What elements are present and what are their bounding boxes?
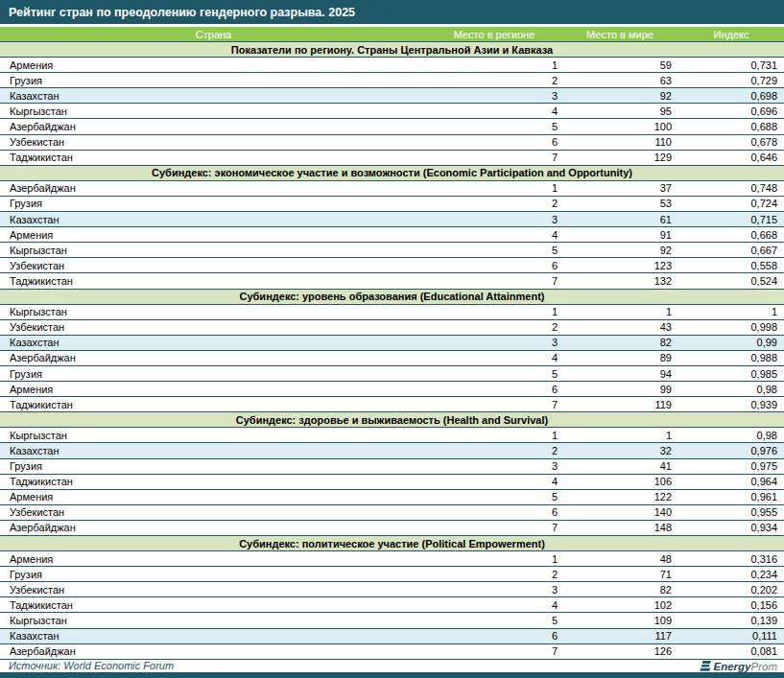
region-rank-cell: 6 [427, 382, 561, 396]
region-rank-cell: 4 [427, 227, 561, 242]
section-header: Субиндекс: здоровье и выживаемость (Heal… [0, 412, 784, 428]
bottom-accent-bar [0, 672, 784, 678]
country-cell: Азербайджан [0, 644, 427, 659]
world-rank-cell: 91 [561, 227, 678, 242]
index-cell: 1 [678, 305, 784, 319]
country-cell: Азербайджан [0, 181, 427, 196]
index-cell: 0,748 [678, 181, 784, 196]
table-row: Таджикистан71190,939 [0, 397, 784, 412]
country-cell: Грузия [0, 73, 427, 87]
world-rank-cell: 61 [561, 212, 678, 226]
country-cell: Кыргызстан [0, 305, 427, 319]
country-cell: Казахстан [0, 443, 427, 457]
region-rank-cell: 6 [427, 629, 561, 643]
region-rank-cell: 4 [427, 475, 561, 489]
region-rank-cell: 7 [427, 644, 561, 659]
index-cell: 0,156 [678, 597, 784, 612]
index-cell: 0,976 [678, 443, 784, 457]
region-rank-cell: 1 [427, 551, 561, 566]
source-note: Источник: World Economic Forum [9, 660, 174, 671]
country-cell: Кыргызстан [0, 243, 427, 257]
table-row: Таджикистан71290,646 [0, 151, 784, 166]
world-rank-cell: 82 [561, 582, 678, 596]
country-cell: Таджикистан [0, 475, 427, 489]
index-cell: 0,988 [678, 351, 784, 365]
index-cell: 0,985 [678, 366, 784, 381]
country-cell: Грузия [0, 459, 427, 474]
table-row: Таджикистан41060,964 [0, 475, 784, 490]
index-cell: 0,998 [678, 320, 784, 335]
world-rank-cell: 110 [561, 135, 678, 150]
country-cell: Узбекистан [0, 320, 427, 335]
world-rank-cell: 89 [561, 351, 678, 365]
index-cell: 0,731 [678, 58, 784, 72]
table-row: Узбекистан61230,558 [0, 258, 784, 273]
index-cell: 0,234 [678, 567, 784, 581]
world-rank-cell: 59 [561, 58, 678, 72]
index-cell: 0,729 [678, 73, 784, 87]
region-rank-cell: 6 [427, 135, 561, 150]
country-cell: Кыргызстан [0, 613, 427, 627]
country-cell: Узбекистан [0, 258, 427, 272]
table-row: Кыргызстан110,98 [0, 428, 784, 443]
table-row: Азербайджан71480,934 [0, 521, 784, 536]
table-row: Грузия2630,729 [0, 73, 784, 88]
country-cell: Грузия [0, 567, 427, 581]
world-rank-cell: 106 [561, 475, 678, 489]
table-row: Казахстан3820,99 [0, 336, 784, 351]
table-row: Азербайджан71260,081 [0, 644, 784, 660]
table-row: Узбекистан3820,202 [0, 582, 784, 597]
region-rank-cell: 2 [427, 197, 561, 211]
region-rank-cell: 4 [427, 351, 561, 365]
country-cell: Узбекистан [0, 135, 427, 150]
country-cell: Азербайджан [0, 351, 427, 365]
table-row: Кыргызстан51090,139 [0, 613, 784, 628]
table-row: Узбекистан61100,678 [0, 135, 784, 151]
table-row: Армения1590,731 [0, 58, 784, 73]
table-row: Кыргызстан5920,667 [0, 243, 784, 258]
index-cell: 0,111 [678, 629, 784, 643]
index-cell: 0,646 [678, 151, 784, 165]
region-rank-cell: 4 [427, 597, 561, 612]
section-header: Субиндекс: политическое участие (Politic… [0, 536, 784, 551]
world-rank-cell: 1 [561, 428, 678, 442]
index-cell: 0,202 [678, 582, 784, 596]
region-rank-cell: 2 [427, 320, 561, 335]
index-cell: 0,668 [678, 227, 784, 242]
world-rank-cell: 126 [561, 644, 678, 659]
world-rank-cell: 132 [561, 273, 678, 288]
country-cell: Армения [0, 58, 427, 72]
table-row: Армения1480,316 [0, 551, 784, 567]
table-row: Узбекистан2430,998 [0, 320, 784, 336]
table-header-row: Страна Место в регионе Место в мире Инде… [0, 27, 784, 42]
region-rank-cell: 7 [427, 151, 561, 165]
world-rank-cell: 92 [561, 243, 678, 257]
index-cell: 0,715 [678, 212, 784, 226]
country-cell: Казахстан [0, 336, 427, 350]
table-row: Азербайджан4890,988 [0, 351, 784, 366]
country-cell: Казахстан [0, 629, 427, 643]
logo-text-energy: Energy [714, 661, 751, 672]
table-row: Таджикистан71320,524 [0, 273, 784, 289]
table-row: Грузия3410,975 [0, 459, 784, 475]
index-cell: 0,964 [678, 475, 784, 489]
logo-text-prom: Prom [751, 661, 777, 672]
region-rank-cell: 7 [427, 273, 561, 288]
world-rank-cell: 41 [561, 459, 678, 474]
region-rank-cell: 2 [427, 567, 561, 581]
region-rank-cell: 5 [427, 366, 561, 381]
world-rank-cell: 32 [561, 443, 678, 457]
country-cell: Азербайджан [0, 521, 427, 535]
world-rank-cell: 1 [561, 305, 678, 319]
country-cell: Армения [0, 227, 427, 242]
index-cell: 0,698 [678, 88, 784, 103]
world-rank-cell: 148 [561, 521, 678, 535]
page-title: Рейтинг стран по преодолению гендерного … [0, 0, 784, 24]
gender-gap-ranking-infographic: Рейтинг стран по преодолению гендерного … [0, 0, 784, 678]
section-header: Субиндекс: уровень образования (Educatio… [0, 290, 784, 305]
country-cell: Армения [0, 382, 427, 396]
country-cell: Таджикистан [0, 597, 427, 612]
index-cell: 0,524 [678, 273, 784, 288]
country-cell: Армения [0, 551, 427, 566]
index-cell: 0,975 [678, 459, 784, 474]
